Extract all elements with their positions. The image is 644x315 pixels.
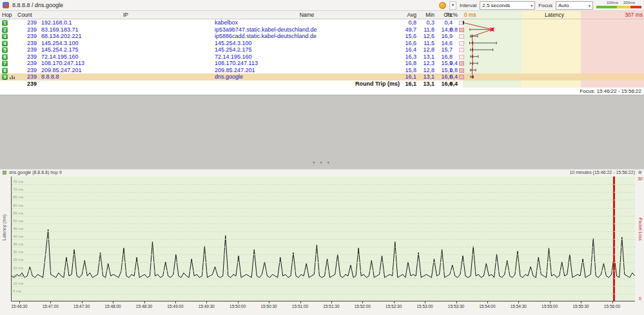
ip-cell: 83.169.183.71	[41, 26, 79, 33]
axis-tick	[331, 301, 332, 303]
name-cell: kabelbox	[215, 19, 238, 26]
axis-tick	[175, 301, 176, 303]
count-cell: 239	[15, 67, 37, 74]
hop-badge: 2	[2, 27, 8, 33]
avg-cell: 16,8	[397, 60, 416, 67]
time-label: 15:49:00	[167, 304, 183, 309]
time-graph-plot[interactable]: 75 ms70 ms65 ms60 ms55 ms50 ms45 ms40 ms…	[11, 177, 635, 301]
target-status-button[interactable]	[439, 2, 446, 9]
interval-select[interactable]: 2.5 seconds ▾	[480, 1, 535, 10]
ip-cell: 145.254.2.175	[41, 46, 79, 53]
summary-count: 239	[15, 81, 37, 88]
toolbar-controls: ▾ Interval 2.5 seconds ▾ Focus Auto ▾ 10…	[439, 1, 644, 10]
gridline	[12, 286, 635, 287]
name-cell: ip53a9b747.static.kabel-deutschland.de	[215, 26, 317, 33]
focus-value: Auto	[558, 3, 569, 8]
hop-badge: 7	[2, 61, 8, 66]
header-latency: Latency	[490, 12, 619, 18]
cur-cell: 0,4	[434, 19, 453, 26]
axis-tick	[394, 301, 395, 303]
cur-cell: 14,6	[434, 40, 453, 47]
time-label: 15:56:00	[604, 304, 620, 309]
count-cell: 239	[15, 60, 37, 67]
splitter-handle[interactable]: ● ● ●	[0, 160, 644, 164]
app-icon	[3, 2, 9, 8]
gridline-label: 45 ms	[13, 227, 23, 231]
latency-scale-legend: 100ms 200ms	[596, 1, 641, 10]
ip-cell: 209.85.247.201	[41, 67, 82, 74]
time-label: 15:55:30	[572, 304, 589, 309]
hop-badge: 8	[2, 68, 8, 73]
time-label: 15:53:30	[448, 304, 464, 309]
right-axis-label: Packet Loss	[638, 218, 643, 240]
table-header: Hop Count IP Name Avg Min Cur PL% 0 ms L…	[0, 11, 644, 19]
interval-label: Interval	[460, 3, 476, 8]
summary-avg: 16,1	[397, 81, 416, 88]
axis-tick	[612, 301, 613, 303]
count-cell: 239	[15, 40, 37, 47]
gridline-label: 65 ms	[13, 195, 23, 199]
time-label: 15:48:00	[104, 304, 121, 309]
graph-options-icon[interactable]: ⊕	[638, 169, 642, 175]
chevron-down-icon: ▾	[589, 3, 590, 8]
min-cell: 12,6	[416, 33, 434, 40]
gridline-label: 40 ms	[13, 234, 23, 238]
min-cell: 11,5	[416, 40, 434, 47]
axis-tick	[238, 301, 239, 303]
name-cell: 209.85.247.201	[215, 67, 255, 74]
packet-loss-cell: 0,4	[441, 60, 458, 67]
summary-pl: 0,4	[441, 81, 458, 88]
name-cell: 145.254.3.100	[215, 40, 252, 47]
focus-select[interactable]: Auto ▾	[556, 1, 593, 10]
time-label: 15:51:30	[323, 304, 339, 309]
min-cell: 12,8	[416, 46, 434, 53]
hop-badge: 3	[2, 33, 8, 39]
time-label: 15:52:30	[385, 304, 402, 309]
time-label: 15:47:00	[43, 304, 59, 309]
axis-tick	[206, 301, 207, 303]
summary-row[interactable]: 239 Round Trip (ms) 16,1 13,1 16,6 0,4	[0, 81, 644, 88]
hop-badge: 1	[2, 20, 8, 26]
ip-cell: 88.134.202.221	[41, 33, 82, 40]
name-cell: 108.170.247.113	[215, 60, 258, 67]
axis-tick	[269, 301, 269, 303]
name-cell: ip5886cadd.static.kabel-deutschland.de	[215, 33, 317, 40]
time-label: 15:53:00	[416, 304, 433, 309]
graph-title: dns.google (8.8.8.8) hop 9	[9, 170, 62, 175]
header-name: Name	[213, 12, 401, 18]
title-toolbar: 8.8.8.8 / dns.google ▾ Interval 2.5 seco…	[0, 0, 644, 11]
gridline-label: 75 ms	[13, 180, 23, 184]
cur-cell: 16,9	[434, 33, 453, 40]
chevron-down-icon[interactable]: ▾	[449, 1, 456, 10]
count-cell: 239	[15, 19, 37, 26]
gridline-label: 30 ms	[13, 250, 23, 254]
header-min: Min	[416, 12, 434, 18]
min-cell: 12,8	[416, 67, 434, 74]
gridline-label: 10 ms	[13, 282, 23, 285]
cur-cell: 16,8	[434, 53, 453, 61]
right-axis-bottom-label: 0	[639, 296, 641, 301]
axis-tick	[144, 301, 145, 303]
axis-tick	[518, 301, 519, 303]
gridline	[12, 262, 635, 263]
gridline	[12, 271, 635, 271]
time-label: 15:48:30	[136, 304, 152, 309]
min-cell: 13,1	[416, 73, 434, 81]
avg-cell: 16,1	[397, 73, 416, 81]
time-graph-panel: dns.google (8.8.8.8) hop 9 10 minutes (1…	[0, 169, 644, 315]
time-axis: 15:46:3015:47:0015:47:3015:48:0015:48:30…	[11, 301, 635, 312]
header-pl: PL%	[441, 12, 458, 18]
avg-cell: 16,6	[397, 40, 416, 47]
avg-cell: 0,8	[397, 19, 416, 26]
gridline-label: 35 ms	[13, 242, 23, 246]
gridline	[12, 208, 635, 209]
chevron-down-icon: ▾	[531, 3, 532, 8]
axis-tick	[300, 301, 301, 303]
summary-min: 13,1	[416, 81, 434, 88]
gridline	[12, 247, 635, 247]
axis-tick	[425, 301, 425, 303]
latency-whiskers	[463, 19, 644, 81]
packet-loss-cell: 0,4	[441, 73, 458, 81]
ip-cell: 108.170.247.113	[41, 60, 84, 67]
time-label: 15:51:00	[292, 304, 308, 309]
